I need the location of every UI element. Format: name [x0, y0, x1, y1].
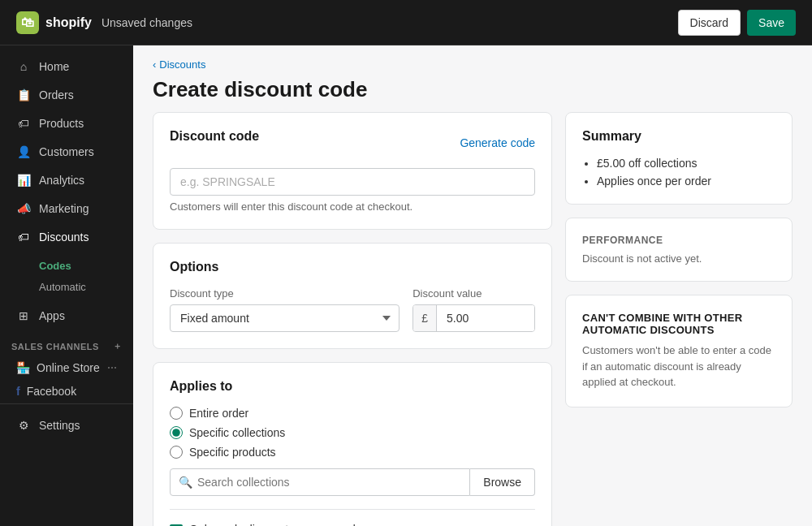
options-title: Options [170, 260, 535, 274]
content-main: Discount code Generate code Customers wi… [153, 112, 552, 526]
performance-card: PERFORMANCE Discount is not active yet. [565, 218, 793, 282]
content-side: Summary £5.00 off collections Applies on… [565, 112, 793, 526]
topbar-right: Discard Save [678, 10, 796, 36]
shopify-logo-text: shopify [45, 15, 92, 30]
page-title: Create discount code [153, 77, 793, 102]
browse-button[interactable]: Browse [470, 468, 535, 496]
facebook-icon: f [16, 385, 20, 398]
radio-entire-order-label: Entire order [189, 407, 248, 420]
radio-entire-order[interactable]: Entire order [170, 407, 535, 420]
page-header: ‹ Discounts Create discount code [133, 45, 812, 112]
sidebar-label-online-store: Online Store [37, 361, 100, 374]
cant-combine-title: CAN'T COMBINE WITH OTHER AUTOMATIC DISCO… [582, 312, 775, 336]
sidebar-label-settings: Settings [39, 419, 80, 432]
sales-channels-label: SALES CHANNELS [11, 342, 99, 351]
discount-value-label: Discount value [412, 287, 535, 300]
sidebar: ⌂ Home 📋 Orders 🏷 Products 👤 Customers 📊… [0, 45, 133, 526]
options-row: Discount type Fixed amount Discount valu… [170, 287, 535, 332]
topbar: 🛍 shopify Unsaved changes Discard Save [0, 0, 812, 45]
summary-item-1: Applies once per order [597, 175, 775, 188]
performance-text: Discount is not active yet. [582, 252, 775, 265]
collections-search-input[interactable] [197, 476, 461, 489]
applies-to-card: Applies to Entire order Specific collect… [153, 362, 552, 526]
summary-item-0: £5.00 off collections [597, 157, 775, 170]
discount-code-hint: Customers will enter this discount code … [170, 200, 535, 213]
radio-specific-products[interactable]: Specific products [170, 446, 535, 459]
save-button[interactable]: Save [747, 10, 796, 36]
once-per-order-checkbox-row: Only apply discount once per order If un… [170, 509, 535, 526]
radio-specific-collections-input[interactable] [170, 426, 183, 439]
breadcrumb[interactable]: ‹ Discounts [153, 58, 793, 71]
discount-code-card: Discount code Generate code Customers wi… [153, 112, 552, 230]
sidebar-label-customers: Customers [39, 145, 94, 158]
checkbox-label-wrap: Only apply discount once per order If un… [189, 523, 512, 526]
apps-icon: ⊞ [16, 308, 31, 323]
sidebar-label-orders: Orders [39, 88, 74, 101]
sidebar-item-analytics[interactable]: 📊 Analytics [5, 166, 128, 194]
radio-specific-products-input[interactable] [170, 446, 183, 459]
summary-title: Summary [582, 129, 775, 144]
discount-type-label: Discount type [170, 287, 400, 300]
applies-to-title: Applies to [170, 379, 535, 394]
sidebar-sub-item-automatic[interactable]: Automatic [5, 277, 128, 297]
sidebar-item-settings[interactable]: ⚙ Settings [5, 412, 128, 439]
radio-specific-products-label: Specific products [189, 446, 276, 459]
summary-card: Summary £5.00 off collections Applies on… [565, 112, 793, 205]
sidebar-item-products[interactable]: 🏷 Products [5, 110, 128, 137]
discounts-icon: 🏷 [16, 230, 31, 244]
shopify-logo-icon: 🛍 [16, 11, 39, 34]
sidebar-item-home[interactable]: ⌂ Home [5, 53, 128, 80]
sidebar-bottom: ⚙ Settings [0, 403, 133, 439]
search-icon: 🔍 [179, 476, 192, 489]
collections-search-row: 🔍 Browse [170, 468, 535, 496]
discount-code-title: Discount code [170, 129, 259, 144]
sidebar-label-discounts: Discounts [39, 231, 89, 244]
discount-value-input[interactable] [437, 305, 534, 331]
sidebar-item-discounts[interactable]: 🏷 Discounts [5, 223, 128, 251]
discount-value-group: Discount value £ [412, 287, 535, 332]
cant-combine-card: CAN'T COMBINE WITH OTHER AUTOMATIC DISCO… [565, 295, 793, 407]
sidebar-item-orders[interactable]: 📋 Orders [5, 81, 128, 109]
sidebar-item-customers[interactable]: 👤 Customers [5, 138, 128, 166]
settings-icon: ⚙ [16, 418, 31, 433]
radio-entire-order-input[interactable] [170, 407, 183, 420]
customers-icon: 👤 [16, 144, 31, 159]
discount-value-wrap: £ [412, 304, 535, 332]
products-icon: 🏷 [16, 116, 31, 131]
add-sales-channel-icon[interactable]: ＋ [113, 340, 123, 352]
sidebar-discounts-sub: Codes Automatic [0, 252, 133, 301]
currency-prefix: £ [413, 305, 437, 331]
performance-label: PERFORMANCE [582, 235, 775, 246]
once-per-order-label: Only apply discount once per order [189, 523, 512, 526]
sidebar-sub-item-codes[interactable]: Codes [5, 256, 128, 276]
discount-code-input[interactable] [170, 168, 535, 196]
generate-code-link[interactable]: Generate code [460, 136, 535, 149]
analytics-icon: 📊 [16, 173, 31, 188]
unsaved-changes-label: Unsaved changes [102, 16, 192, 29]
summary-list: £5.00 off collections Applies once per o… [582, 157, 775, 188]
topbar-left: 🛍 shopify Unsaved changes [16, 11, 192, 34]
discount-code-header: Discount code Generate code [170, 129, 535, 157]
sidebar-label-marketing: Marketing [39, 202, 89, 215]
shopify-logo: 🛍 shopify [16, 11, 92, 34]
online-store-toggle-icon[interactable]: ⋯ [107, 362, 117, 373]
sidebar-channel-online-store[interactable]: 🏪 Online Store ⋯ [5, 356, 128, 379]
discard-button[interactable]: Discard [678, 10, 741, 36]
sidebar-item-apps[interactable]: ⊞ Apps [5, 302, 128, 330]
sidebar-channel-facebook[interactable]: f Facebook [5, 380, 128, 403]
sidebar-label-apps: Apps [39, 309, 65, 322]
discount-type-select[interactable]: Fixed amount [170, 304, 400, 332]
sidebar-item-marketing[interactable]: 📣 Marketing [5, 195, 128, 222]
radio-specific-collections[interactable]: Specific collections [170, 426, 535, 439]
breadcrumb-arrow: ‹ [153, 58, 156, 71]
online-store-icon: 🏪 [16, 361, 30, 374]
cant-combine-text: Customers won't be able to enter a code … [582, 343, 775, 390]
app-body: ⌂ Home 📋 Orders 🏷 Products 👤 Customers 📊… [0, 45, 812, 526]
marketing-icon: 📣 [16, 201, 31, 216]
applies-to-radio-group: Entire order Specific collections Specif… [170, 407, 535, 459]
collections-search-wrap: 🔍 [170, 468, 470, 496]
orders-icon: 📋 [16, 88, 31, 102]
discount-type-group: Discount type Fixed amount [170, 287, 400, 332]
radio-specific-collections-label: Specific collections [189, 426, 285, 439]
main-content: ‹ Discounts Create discount code Discoun… [133, 45, 812, 526]
